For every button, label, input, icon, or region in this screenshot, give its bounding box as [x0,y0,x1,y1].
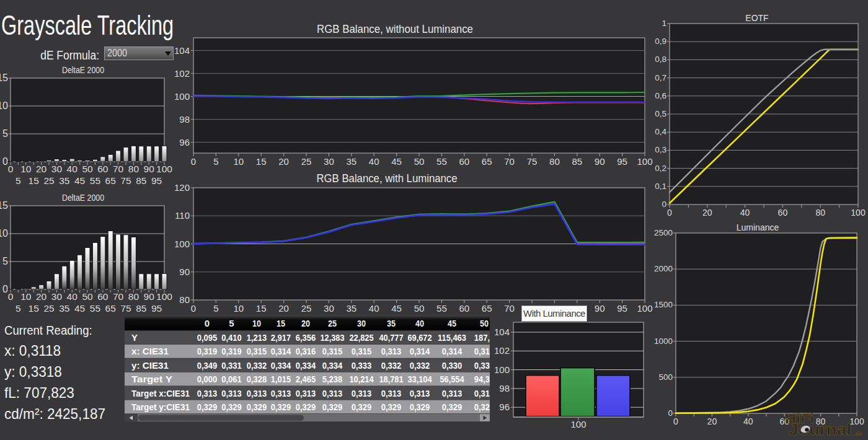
svg-text:96: 96 [499,402,510,412]
svg-text:75: 75 [120,303,131,314]
svg-text:80: 80 [179,294,190,305]
svg-text:45: 45 [391,303,402,314]
svg-text:0,313: 0,313 [474,388,495,398]
svg-text:50: 50 [414,303,425,314]
svg-text:0,8: 0,8 [655,55,666,64]
svg-text:40: 40 [67,291,78,302]
svg-text:55: 55 [90,175,100,186]
svg-text:20: 20 [36,164,47,174]
svg-text:45: 45 [448,318,456,328]
svg-text:104: 104 [494,327,510,337]
svg-text:120: 120 [174,182,190,193]
svg-text:25: 25 [301,156,312,167]
svg-text:100: 100 [637,303,652,314]
svg-text:20: 20 [301,318,310,328]
svg-text:20: 20 [702,208,712,218]
svg-text:102: 102 [494,345,510,356]
svg-text:85: 85 [136,303,146,314]
svg-text:35: 35 [387,318,396,328]
svg-text:0,410: 0,410 [221,332,242,343]
svg-text:0,329: 0,329 [271,402,291,412]
svg-text:10: 10 [252,318,261,328]
svg-text:Target x:CIE31: Target x:CIE31 [131,388,190,398]
svg-text:40: 40 [743,416,753,426]
svg-text:5: 5 [16,303,21,314]
svg-text:25: 25 [328,318,337,328]
svg-text:40: 40 [740,208,750,218]
svg-text:0,329: 0,329 [322,402,343,412]
svg-text:56,554: 56,554 [440,374,464,384]
svg-text:15: 15 [277,318,285,328]
svg-text:50: 50 [414,156,425,167]
svg-text:500: 500 [658,372,673,382]
svg-text:5: 5 [2,128,8,139]
svg-text:0,334: 0,334 [271,360,291,371]
svg-text:50: 50 [480,318,489,328]
svg-text:65: 65 [482,156,492,167]
svg-text:70: 70 [504,156,515,167]
svg-text:0,329: 0,329 [296,402,316,412]
svg-text:0,330: 0,330 [442,360,463,371]
svg-text:70: 70 [113,291,124,302]
svg-text:70: 70 [504,303,515,314]
svg-text:100: 100 [174,91,190,102]
svg-text:40,777: 40,777 [379,332,403,343]
svg-text:55: 55 [436,156,447,167]
svg-text:10,214: 10,214 [349,374,374,384]
svg-text:1500: 1500 [654,300,673,309]
svg-text:0,332: 0,332 [410,360,430,371]
svg-text:0,313: 0,313 [474,346,495,356]
svg-text:75: 75 [527,156,538,167]
svg-text:0,313: 0,313 [410,388,430,398]
svg-text:RGB Balance, with Luminance: RGB Balance, with Luminance [317,172,458,185]
svg-text:90: 90 [595,156,605,167]
svg-text:0,333: 0,333 [352,360,372,371]
svg-text:100: 100 [849,416,864,426]
svg-text:40: 40 [369,156,379,167]
svg-text:20: 20 [278,303,289,314]
svg-text:60: 60 [97,164,108,174]
svg-text:40: 40 [369,303,379,314]
svg-text:Journal: Journal [789,420,851,439]
svg-text:0,330: 0,330 [474,360,495,371]
svg-text:35: 35 [346,303,356,314]
svg-text:Target y:CIE31: Target y:CIE31 [131,402,190,412]
svg-text:90: 90 [144,291,155,302]
svg-text:0,313: 0,313 [197,388,218,398]
svg-text:0,329: 0,329 [221,402,242,412]
svg-text:94,37: 94,37 [474,374,495,384]
svg-text:60: 60 [459,156,469,167]
svg-text:0,2: 0,2 [655,164,666,173]
svg-text:100: 100 [494,364,510,375]
svg-text:0,095: 0,095 [197,332,218,343]
svg-text:98: 98 [499,383,510,394]
svg-text:187,1: 187,1 [474,332,495,343]
svg-text:0,329: 0,329 [410,402,430,412]
svg-text:98: 98 [179,114,190,125]
svg-text:0,334: 0,334 [322,360,343,371]
svg-text:90: 90 [144,164,155,174]
svg-text:0,349: 0,349 [197,360,218,371]
svg-text:35: 35 [346,156,356,167]
svg-text:10: 10 [0,100,8,111]
svg-text:5: 5 [229,318,234,328]
svg-text:0,314: 0,314 [410,346,430,356]
svg-text:25: 25 [301,303,312,314]
svg-text:0,334: 0,334 [296,360,316,371]
svg-text:0,329: 0,329 [197,402,218,412]
svg-text:65: 65 [482,303,492,314]
svg-text:0,313: 0,313 [247,388,267,398]
svg-text:0,5: 0,5 [655,109,666,118]
svg-text:0,319: 0,319 [221,346,242,356]
svg-text:65: 65 [105,175,116,186]
svg-text:0,313: 0,313 [352,388,372,398]
svg-text:18,781: 18,781 [379,374,403,384]
svg-text:Target Y: Target Y [131,374,172,384]
svg-text:0,329: 0,329 [247,402,267,412]
svg-text:95: 95 [617,303,627,314]
svg-text:0,313: 0,313 [271,388,291,398]
svg-text:20: 20 [278,156,289,167]
svg-text:EOTF: EOTF [745,13,768,23]
svg-text:25: 25 [43,303,54,314]
svg-text:100: 100 [570,419,586,429]
